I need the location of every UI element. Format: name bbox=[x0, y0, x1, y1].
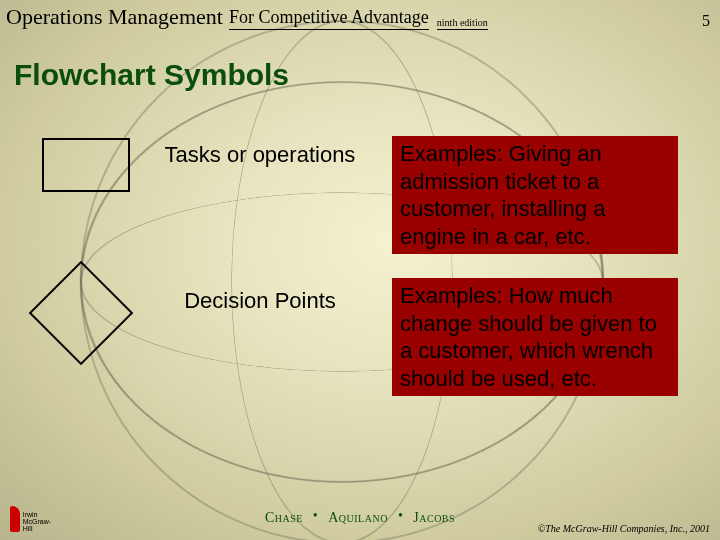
book-title-main: Operations Management bbox=[6, 4, 223, 30]
publisher-logo: Irwin McGraw-Hill bbox=[10, 504, 56, 532]
flowchart-task-rectangle-icon bbox=[42, 138, 130, 192]
logo-mark-icon bbox=[10, 506, 20, 532]
logo-text: Irwin McGraw-Hill bbox=[23, 511, 56, 532]
page-number: 5 bbox=[702, 12, 710, 30]
task-example-box: Examples: Giving an admission ticket to … bbox=[392, 136, 678, 254]
author-1: Chase bbox=[265, 510, 303, 525]
edition-label: ninth edition bbox=[437, 17, 488, 30]
book-title-sub: For Competitive Advantage bbox=[229, 7, 429, 30]
flowchart-decision-diamond-icon bbox=[29, 261, 134, 366]
slide-title: Flowchart Symbols bbox=[14, 58, 289, 92]
decision-example-box: Examples: How much change should be give… bbox=[392, 278, 678, 396]
author-3: Jacobs bbox=[413, 510, 455, 525]
separator-dot: • bbox=[313, 508, 318, 523]
slide: Operations Management For Competitive Ad… bbox=[0, 0, 720, 540]
copyright-text: ©The McGraw-Hill Companies, Inc., 2001 bbox=[538, 523, 710, 534]
task-label: Tasks or operations bbox=[150, 142, 370, 168]
decision-label: Decision Points bbox=[150, 288, 370, 314]
separator-dot: • bbox=[398, 508, 403, 523]
header: Operations Management For Competitive Ad… bbox=[0, 0, 720, 32]
author-2: Aquilano bbox=[328, 510, 388, 525]
